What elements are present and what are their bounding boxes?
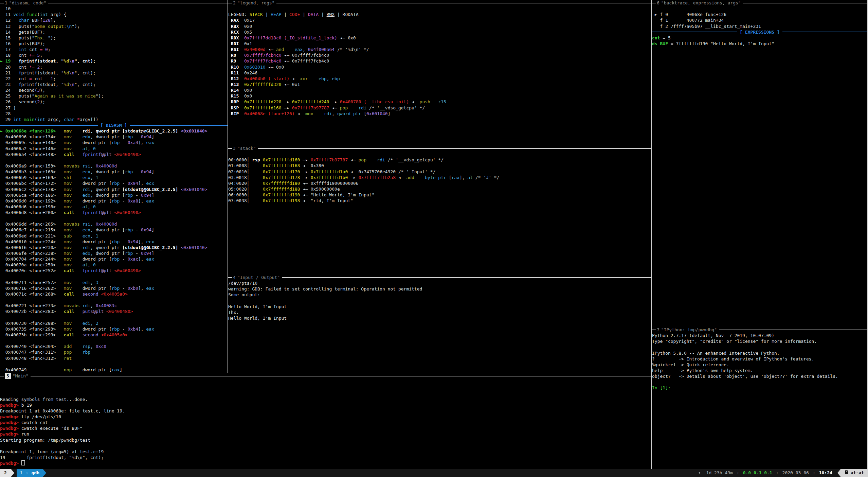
text-segment: mov [64,146,72,151]
terminal-line: 0x4006ed <func+221> sub ecx, 1 [0,233,228,239]
terminal-line: 04:0020│ 0x7fffffffd180 ◂— 0xffffd190000… [228,180,651,186]
text-segment: 0x400735 <func+293> [0,326,64,332]
text-segment: 0x1 [241,41,252,46]
text-segment: 0x0 [241,24,252,29]
text-segment: pop [340,105,348,110]
text-segment: [stdout@@GLIBC_2.2.5] [122,245,181,250]
text-segment: 2 [96,321,98,326]
text-segment: ebp [319,76,326,81]
text-segment: 0x4006c2 <func+178> [0,187,64,192]
text-segment: 0xc0 [96,344,106,349]
terminal-line: 18 cnt += 5; [0,52,228,58]
terminal-line: R12 0x4004b0 (_start) ◂— xor ebp, ebp [228,76,651,82]
registers-list: LEGEND: STACK | HEAP | CODE | DATA | RWX… [228,6,651,117]
text-segment [48,76,51,81]
terminal-line: RBP 0x7fffffffd220 —▸ 0x7fffffffd240 —▸ … [228,99,651,105]
terminal-line: ? -> Introduction and overview of IPytho… [652,356,867,362]
text-segment: call [64,332,74,337]
pane-input-output[interactable]: 4"Input / Output" /dev/pts/10warning: GD… [228,275,652,373]
text-segment: RDI [228,41,241,46]
text-segment: mov [64,286,72,291]
text-segment: func [26,12,37,17]
terminal-line: Hello World, I'm Input [228,304,651,310]
window-tab-gdb[interactable]: 1 › gdb [17,469,43,477]
text-segment: ] [151,193,154,198]
text-segment: pwndbg> [0,461,21,466]
text-segment: , [332,111,337,116]
text-segment [80,163,83,169]
text-segment: rdi [359,105,366,110]
text-segment: 19 fprintf(stdout, "%d\n", cnt); [0,455,104,460]
terminal-line [652,379,867,385]
lock-icon [845,472,848,474]
text-segment: 02:0010│ [228,169,263,174]
text-segment: 0xb4 [128,326,138,332]
text-segment: 1 [663,385,665,390]
pane-ipython[interactable]: 7"IPython: tmp/pwndbg" Python 2.7.17 (de… [652,327,868,469]
text-segment: int [13,117,21,122]
text-segment: f 1 400772 main+34 [652,18,724,23]
pane-number: 2 [233,0,236,6]
text-segment: 27 } [0,105,16,110]
text-segment: Hello World, I'm Input [228,304,287,309]
border-dash [652,330,656,330]
text-segment: 18 cnt [0,53,29,58]
text-segment: ], [138,326,146,332]
text-segment: eax [146,198,154,204]
text-segment: eax [146,257,154,262]
text-segment: ► 19 [0,58,19,64]
terminal-line: 06:0030│ 0x7fffffffd190 ◂— "Hello World,… [228,192,651,198]
pane-stack[interactable]: 3"stack" 00:0000│ rsp 0x7fffffffd160 —▸ … [228,145,652,275]
gdb-console[interactable]: Reading symbols from test...done.pwndbg>… [0,379,651,466]
pane-backtrace-expressions[interactable]: 6"backtrace, expressions, args" ► f 0 40… [652,0,868,327]
text-segment: 13 puts(" [0,24,35,29]
status-gap [14,469,17,477]
text-segment: 0x400748 <func+312> [0,356,64,361]
text-segment: eax [146,140,154,145]
text-segment: ecx [83,175,90,180]
text-segment [72,227,82,232]
text-segment: /* '__vdso_getcpu' */ [366,105,425,110]
pane-legend-regs[interactable]: 2"legend, regs" LEGEND: STACK | HEAP | C… [228,0,652,145]
text-segment: - [133,134,141,139]
text-segment: /* '__vdso_getcpu' */ [385,157,444,162]
pane-title-disasm-code: 1"disasm, code" [0,0,228,6]
text-segment: 0x4006d6 <func+198> [0,204,64,209]
terminal-line: pwndbg> [0,460,651,466]
ipython-console[interactable]: Python 2.7.17 (default, Nov 7 2019, 10:0… [652,333,867,391]
text-segment: - [120,257,127,262]
pane-disasm-code[interactable]: 1"disasm, code" 10 11 void func(int arg)… [0,0,228,373]
text-segment [241,53,244,58]
text-segment: "); [72,24,79,29]
text-segment: mov [64,187,72,192]
text-segment: dword ptr [ [72,198,111,204]
text-segment: 1 [96,233,98,238]
chevron-left-icon: ‹ [813,470,815,476]
text-segment: , [90,321,96,326]
text-segment [241,76,244,81]
text-segment: Hello World, I'm Input [228,316,287,321]
terminal-line: In [1]: [652,385,867,391]
text-segment: , [90,344,96,349]
border-line [31,376,651,376]
session-badge[interactable]: 2 [0,469,11,477]
section-header-label: [ DISASM ] [98,122,130,128]
text-segment [80,303,83,308]
text-segment [35,53,37,58]
text-segment: %d [64,70,69,75]
text-segment: ◂— [289,76,300,81]
terminal-line: pwndbg> cwatch execute "ds BUF" [0,425,651,431]
text-segment: xor [300,76,308,81]
text-segment: 0x40069c <func+140> [0,140,64,145]
text-segment: 0x40072b <func+283> [0,309,64,314]
terminal-line: 0x4006dd <func+205> movabs rsi, 0x40080d [0,221,228,227]
terminal-line: 0x4006a2 <func+146> mov al, 0 [0,146,228,152]
text-segment: Thx. [228,310,241,315]
terminal-line: 01:0008│ 0x7fffffffd168 ◂— 0x380 [228,163,651,169]
terminal-line: IPython 5.8.0 -- An enhanced Interactive… [652,350,867,356]
pane-main-gdb[interactable]: 5"Main" Reading symbols from test...done… [0,373,652,469]
text-segment: ◂— 0x1 [282,82,300,87]
terminal-line: 0x40070a <func+250> mov al, 0 [0,262,228,268]
window-index: 1 [20,470,23,476]
text-segment: RSP [228,105,241,110]
